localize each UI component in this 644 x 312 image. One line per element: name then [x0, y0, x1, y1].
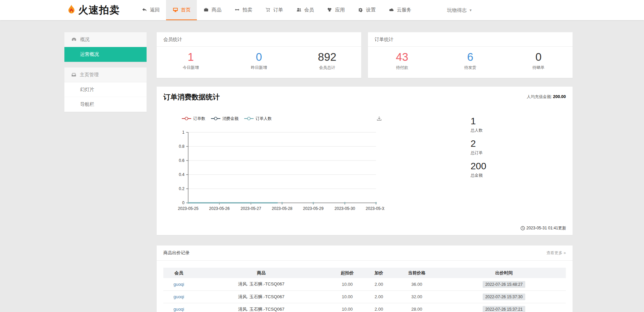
- member-link[interactable]: guoqi: [163, 278, 194, 291]
- legend-item-orders[interactable]: 订单数: [181, 116, 205, 122]
- view-more-link[interactable]: 查看更多 »: [546, 250, 566, 256]
- table-header-row: 会员 商品 起拍价 加价 当前价格 出价时间: [163, 268, 566, 278]
- col-increment: 加价: [366, 268, 391, 278]
- nav-item-apps[interactable]: 应用: [320, 0, 351, 20]
- total-people-label: 总人数: [471, 128, 486, 133]
- cart-icon: [265, 7, 271, 13]
- legend-marker: [211, 117, 221, 121]
- stat-value: 1: [157, 51, 225, 63]
- nav-item-auction[interactable]: 拍卖: [228, 0, 259, 20]
- sidebar-item-operations-overview[interactable]: 运营概况: [64, 47, 147, 62]
- increment: 2.00: [366, 278, 391, 291]
- member-link[interactable]: guoqi: [163, 291, 194, 303]
- stat-label: 待晒单: [504, 65, 573, 71]
- avg-recharge: 人均充值金额:200.00: [527, 94, 566, 100]
- total-amount-value: 200: [471, 161, 486, 171]
- share-nodes-icon: [327, 7, 332, 13]
- clock-icon: [521, 226, 525, 230]
- sidebar-item-label: 幻灯片: [80, 87, 94, 93]
- stat-pending-shipment: 6 待发货: [436, 51, 504, 71]
- stat-pending-payment: 43 待付款: [368, 51, 436, 71]
- bid-time-badge: 2022-07-26 15:48:27: [483, 281, 525, 288]
- nav-item-members[interactable]: 会员: [289, 0, 320, 20]
- member-stats-card: 会员统计 1 今日新增 0 昨日新增 892 会员总计: [157, 32, 361, 78]
- stat-value: 0: [504, 51, 573, 63]
- y-tick-label: 0: [182, 200, 184, 205]
- app-logo[interactable]: 火速拍卖: [66, 0, 120, 20]
- x-tick-label: 2023-05-26: [209, 206, 230, 211]
- stat-today-new: 1 今日新增: [157, 51, 225, 71]
- start-price: 10.00: [328, 291, 366, 303]
- download-icon[interactable]: [376, 116, 382, 122]
- total-amount-label: 总金额: [471, 173, 486, 178]
- legend-item-amount[interactable]: 消费金额: [211, 116, 238, 122]
- inbox-icon: [71, 73, 76, 77]
- gear-icon: [358, 7, 363, 13]
- nav-item-back[interactable]: 返回: [135, 0, 166, 20]
- sidebar-item-slides[interactable]: 幻灯片: [64, 82, 147, 97]
- sidebar-item-navbar[interactable]: 导航栏: [64, 97, 147, 112]
- flame-logo-icon: [66, 4, 76, 16]
- sidebar-group-title: 概况: [80, 37, 90, 43]
- member-stats-title: 会员统计: [157, 32, 361, 47]
- total-orders-value: 2: [471, 139, 486, 149]
- y-tick-label: 0.8: [179, 144, 184, 149]
- users-icon: [296, 7, 302, 13]
- legend-item-buyers[interactable]: 订单人数: [244, 116, 272, 122]
- x-tick-label: 2023-05-28: [272, 206, 292, 211]
- chart-legend: 订单数 消费金额 订单人数: [163, 116, 385, 121]
- chart-title: 订单消费数据统计: [163, 92, 220, 102]
- desktop-icon: [172, 7, 178, 13]
- start-price: 10.00: [328, 278, 366, 291]
- nav-label: 拍卖: [243, 7, 252, 13]
- stat-label: 昨日新增: [225, 65, 293, 71]
- dashboard-icon: [71, 37, 76, 42]
- total-people-value: 1: [471, 116, 486, 126]
- product-name: 清风. 玉石狮.-TCSQ067: [194, 278, 328, 291]
- legend-marker: [181, 117, 192, 121]
- briefcase-icon: [203, 7, 209, 13]
- stat-value: 6: [436, 51, 504, 63]
- stat-label: 待付款: [368, 65, 436, 71]
- nav-item-cloud[interactable]: 云服务: [382, 0, 418, 20]
- sidebar-group-overview-header[interactable]: 概况: [64, 32, 147, 47]
- user-name: 玩物得志: [447, 7, 467, 13]
- chart-plot-area[interactable]: 1 0.8 0.6 0.4 0.2 0 2023-05-25 2023-05-2…: [163, 129, 385, 213]
- sidebar-item-label: 导航栏: [80, 101, 94, 107]
- col-bid-time: 出价时间: [442, 268, 566, 278]
- sidebar-group-title: 主页管理: [80, 72, 99, 78]
- increment: 2.00: [366, 303, 391, 312]
- nav-item-products[interactable]: 商品: [197, 0, 228, 20]
- stat-yesterday-new: 0 昨日新增: [225, 51, 293, 71]
- order-stats-title: 订单统计: [368, 32, 573, 47]
- y-tick-label: 0.6: [179, 158, 184, 163]
- y-tick-label: 0.4: [179, 172, 184, 177]
- stat-pending-review: 0 待晒单: [504, 51, 573, 71]
- order-consumption-chart-card: 订单消费数据统计 人均充值金额:200.00 订单数 消费金额: [157, 87, 573, 235]
- y-tick-label: 0.2: [179, 186, 184, 191]
- main-nav: 返回 首页 商品 拍卖 订单 会员 应用 设置: [135, 0, 418, 20]
- nav-item-settings[interactable]: 设置: [351, 0, 382, 20]
- bid-time-badge: 2022-07-26 15:37:21: [483, 306, 525, 312]
- sidebar-group-homepage-header[interactable]: 主页管理: [64, 68, 147, 82]
- caret-down-icon: ▼: [469, 8, 472, 12]
- increment: 2.00: [366, 291, 391, 303]
- member-link[interactable]: guoqi: [163, 303, 194, 312]
- line-chart: 订单数 消费金额 订单人数: [163, 116, 385, 213]
- sidebar-group-homepage: 主页管理 幻灯片 导航栏: [64, 68, 147, 112]
- x-tick-label: 2023-05-25: [178, 206, 199, 211]
- legend-marker: [244, 117, 254, 121]
- current-price: 32.00: [391, 291, 442, 303]
- nav-item-home[interactable]: 首页: [166, 0, 197, 20]
- bid-records-table: 会员 商品 起拍价 加价 当前价格 出价时间 guoqi 清风. 玉石狮.-TC…: [163, 268, 566, 312]
- nav-item-orders[interactable]: 订单: [259, 0, 289, 20]
- main-content: 会员统计 1 今日新增 0 昨日新增 892 会员总计: [157, 32, 573, 312]
- legend-label: 订单数: [193, 116, 205, 122]
- nav-label: 应用: [335, 7, 345, 13]
- y-tick-label: 1: [182, 130, 184, 135]
- nav-label: 设置: [366, 7, 376, 13]
- user-menu[interactable]: 玩物得志 ▼: [447, 0, 472, 20]
- avg-recharge-value: 200.00: [553, 94, 566, 99]
- stat-value: 892: [293, 51, 361, 63]
- bid-records-title: 商品出价记录: [163, 250, 190, 256]
